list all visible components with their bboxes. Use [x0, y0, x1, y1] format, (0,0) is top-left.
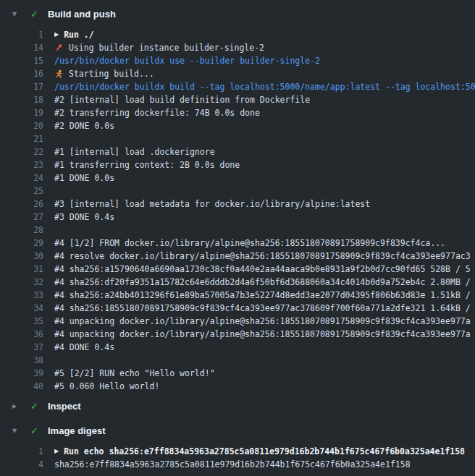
expand-group-icon[interactable]: ▶ [54, 445, 59, 458]
chevron-right-icon[interactable]: ▶ [12, 403, 20, 409]
line-number[interactable]: 26 [0, 197, 43, 211]
line-number[interactable]: 30 [0, 250, 43, 263]
log-line: 34#4 sha256:185518070891758909c9f839cf4c… [0, 302, 475, 315]
log-line: 23#1 transferring context: 2B 0.0s done [0, 158, 475, 171]
log-line: 20#2 DONE 0.0s [0, 119, 475, 132]
log-line: 27#3 DONE 0.4s [0, 211, 475, 224]
log-line: 4sha256:e7ff8834a5963a2785c5a0811e979d16… [0, 458, 475, 471]
log-line: 25 [0, 184, 475, 197]
line-number[interactable]: 31 [0, 263, 43, 276]
section-header-inspect[interactable]: ▶ ✓ Inspect [0, 398, 475, 414]
log-text: #4 sha256:a24bb4013296f61e89ba57005a7b3e… [54, 289, 475, 302]
line-number[interactable]: 16 [0, 67, 43, 80]
log-line: 36#4 unpacking docker.io/library/alpine@… [0, 328, 475, 341]
log-line: 30#4 resolve docker.io/library/alpine@sh… [0, 250, 475, 263]
log-text: #2 [internal] load build definition from… [54, 93, 475, 106]
log-line: 21 [0, 132, 475, 145]
section-header-image-digest[interactable]: ▼ ✓ Image digest [0, 422, 475, 438]
log-line: 1▶Run echo sha256:e7ff8834a5963a2785c5a0… [0, 445, 475, 458]
line-number[interactable]: 20 [0, 119, 43, 132]
line-number[interactable]: 34 [0, 302, 43, 315]
log-line: 22#1 [internal] load .dockerignore [0, 145, 475, 158]
expand-group-icon[interactable]: ▶ [54, 28, 59, 41]
line-number[interactable]: 23 [0, 158, 43, 171]
check-icon: ✓ [29, 401, 40, 412]
line-number[interactable]: 36 [0, 328, 43, 341]
runner-icon [54, 69, 64, 79]
log-text: /usr/bin/docker buildx build --tag local… [54, 80, 475, 93]
line-number[interactable]: 27 [0, 211, 43, 224]
log-line: 32#4 sha256:df20fa9351a15782c64e6dddb2d4… [0, 276, 475, 289]
log-line: 28 [0, 224, 475, 237]
log-text [54, 354, 475, 367]
log-text [54, 184, 475, 197]
log-section-image-digest: ▼ ✓ Image digest 1▶Run echo sha256:e7ff8… [0, 422, 475, 471]
line-number[interactable]: 15 [0, 54, 43, 67]
line-number[interactable]: 19 [0, 106, 43, 119]
line-number[interactable]: 21 [0, 132, 43, 145]
line-number[interactable]: 1 [0, 445, 43, 458]
log-text: sha256:e7ff8834a5963a2785c5a0811e979d16b… [54, 458, 475, 471]
log-text: #1 [internal] load .dockerignore [54, 145, 475, 158]
log-text [54, 224, 475, 237]
log-text [54, 132, 475, 145]
chevron-down-icon[interactable]: ▼ [12, 11, 20, 17]
line-number[interactable]: 22 [0, 145, 43, 158]
section-header-build-and-push[interactable]: ▼ ✓ Build and push [0, 6, 475, 22]
log-section-inspect: ▶ ✓ Inspect [0, 398, 475, 414]
line-number[interactable]: 24 [0, 171, 43, 184]
line-number[interactable]: 14 [0, 41, 43, 54]
check-icon: ✓ [29, 9, 40, 20]
log-text: Using builder instance builder-single-2 [54, 41, 475, 54]
log-lines-image-digest: 1▶Run echo sha256:e7ff8834a5963a2785c5a0… [0, 445, 475, 471]
line-number[interactable]: 28 [0, 224, 43, 237]
log-line: 29#4 [1/2] FROM docker.io/library/alpine… [0, 237, 475, 250]
log-text: #4 unpacking docker.io/library/alpine@sh… [54, 328, 475, 341]
log-text: #4 sha256:df20fa9351a15782c64e6dddb2d4a6… [54, 276, 475, 289]
log-text: #1 transferring context: 2B 0.0s done [54, 158, 475, 171]
line-number[interactable]: 25 [0, 184, 43, 197]
log-line: 15/usr/bin/docker buildx use --builder b… [0, 54, 475, 67]
line-number[interactable]: 35 [0, 315, 43, 328]
line-number[interactable]: 33 [0, 289, 43, 302]
line-number[interactable]: 18 [0, 93, 43, 106]
log-text: #4 unpacking docker.io/library/alpine@sh… [54, 315, 475, 328]
workflow-log: ▼ ✓ Build and push 1▶Run ./14Using build… [0, 0, 475, 471]
log-line: 1▶Run ./ [0, 28, 475, 41]
log-line: 38 [0, 354, 475, 367]
line-number[interactable]: 17 [0, 80, 43, 93]
log-line: 19#2 transferring dockerfile: 74B 0.0s d… [0, 106, 475, 119]
line-number[interactable]: 38 [0, 354, 43, 367]
log-text: #4 resolve docker.io/library/alpine@sha2… [54, 250, 475, 263]
log-text: #3 [internal] load metadata for docker.i… [54, 197, 475, 211]
log-text: #4 sha256:185518070891758909c9f839cf4ca3… [54, 302, 475, 315]
log-line: 26#3 [internal] load metadata for docker… [0, 197, 475, 211]
log-line: 16Starting build... [0, 67, 475, 80]
log-line: 39#5 [2/2] RUN echo "Hello world!" [0, 367, 475, 380]
log-text: #4 sha256:a15790640a6690aa1730c38cf0a440… [54, 263, 475, 276]
log-text: Starting build... [54, 67, 475, 80]
line-number[interactable]: 29 [0, 237, 43, 250]
line-number[interactable]: 37 [0, 341, 43, 354]
log-text: #5 0.060 Hello world! [54, 380, 475, 393]
log-line: 24#1 DONE 0.0s [0, 171, 475, 184]
line-number[interactable]: 4 [0, 458, 43, 471]
pushpin-icon [54, 43, 64, 53]
log-text: #1 DONE 0.0s [54, 171, 475, 184]
line-number[interactable]: 40 [0, 380, 43, 393]
section-title: Image digest [48, 425, 105, 436]
log-line: 14Using builder instance builder-single-… [0, 41, 475, 54]
log-text: ▶Run ./ [54, 28, 475, 41]
line-number[interactable]: 32 [0, 276, 43, 289]
section-title: Inspect [48, 401, 81, 412]
line-number[interactable]: 39 [0, 367, 43, 380]
check-icon: ✓ [29, 425, 40, 436]
line-number[interactable]: 1 [0, 28, 43, 41]
log-text: #4 DONE 0.4s [54, 341, 475, 354]
log-text: #2 transferring dockerfile: 74B 0.0s don… [54, 106, 475, 119]
log-text: #5 [2/2] RUN echo "Hello world!" [54, 367, 475, 380]
log-text: #4 [1/2] FROM docker.io/library/alpine@s… [54, 237, 475, 250]
log-section-build-and-push: ▼ ✓ Build and push 1▶Run ./14Using build… [0, 6, 475, 393]
log-line: 35#4 unpacking docker.io/library/alpine@… [0, 315, 475, 328]
chevron-down-icon[interactable]: ▼ [12, 428, 20, 434]
